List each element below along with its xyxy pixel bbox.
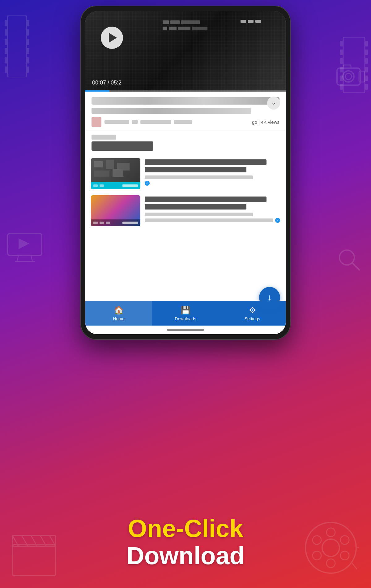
svg-rect-65 (94, 171, 109, 177)
video-meta-blur-1 (145, 175, 253, 179)
svg-rect-23 (343, 37, 365, 93)
svg-rect-9 (26, 39, 29, 45)
headline-line2: Download (93, 542, 278, 569)
svg-rect-60 (178, 27, 190, 30)
settings-icon: ⚙ (249, 305, 256, 315)
section-label-blur (92, 135, 116, 140)
video-info-1: ✓ (145, 158, 280, 186)
downloads-icon: 💾 (181, 305, 190, 315)
verified-row-2: ✓ (145, 218, 280, 223)
thumb-progress-bar (91, 182, 140, 189)
svg-rect-46 (12, 545, 56, 576)
play-button[interactable] (101, 27, 123, 49)
video-thumbnail-2 (91, 195, 140, 226)
content-area: go | 4K views (85, 92, 286, 334)
svg-rect-33 (365, 67, 368, 72)
monitor-bg-icon (6, 232, 43, 263)
video-title-blur-2b (145, 204, 246, 210)
svg-rect-34 (365, 76, 368, 81)
video-title-blur-1a (145, 159, 267, 165)
clapperboard-icon (9, 532, 59, 579)
svg-rect-62 (94, 161, 103, 167)
svg-rect-29 (340, 84, 343, 90)
downloads-label: Downloads (175, 316, 196, 321)
nav-downloads[interactable]: 💾 Downloads (152, 301, 219, 326)
home-indicator (85, 326, 286, 334)
filmstrip-left-icon (5, 15, 29, 77)
svg-rect-12 (26, 67, 29, 73)
video-info-2: ✓ (145, 195, 280, 223)
video-title-blur-1b (145, 167, 246, 172)
svg-rect-2 (5, 29, 8, 36)
svg-rect-55 (163, 20, 169, 24)
view-count: go | 4K views (252, 119, 279, 125)
svg-rect-58 (163, 27, 167, 30)
home-icon: 🏠 (114, 305, 124, 315)
video-item[interactable]: ✓ (85, 155, 286, 192)
video-title-blur-2a (145, 197, 267, 202)
svg-point-38 (326, 528, 335, 537)
video-meta-blur-2 (145, 213, 253, 216)
svg-line-20 (31, 255, 32, 262)
svg-rect-11 (26, 57, 29, 63)
svg-rect-35 (365, 84, 368, 90)
search-bg-icon (337, 248, 362, 272)
video-title-section: go | 4K views (85, 92, 286, 131)
headline-line1: One-Click (93, 515, 278, 542)
meta-time-blur (174, 120, 192, 124)
film-reel-icon (303, 520, 359, 576)
thumb-bar-2 (91, 219, 140, 226)
phone-mockup: 00:07 / 05:2 (80, 6, 291, 340)
svg-rect-7 (26, 20, 29, 26)
download-fab-button[interactable]: ↓ (259, 287, 280, 308)
svg-rect-10 (26, 48, 29, 54)
bottom-headline: One-Click Download (93, 515, 278, 569)
channel-sub-blur (140, 120, 171, 124)
svg-point-37 (322, 539, 339, 556)
svg-rect-63 (106, 160, 114, 169)
svg-marker-22 (19, 238, 29, 249)
svg-line-54 (352, 263, 359, 270)
svg-rect-32 (365, 58, 368, 64)
svg-rect-24 (340, 41, 343, 46)
video-list: ✓ (85, 153, 286, 301)
video-player: 00:07 / 05:2 (85, 11, 286, 92)
download-fab-icon: ↓ (267, 292, 272, 302)
svg-point-39 (340, 536, 349, 544)
svg-rect-0 (8, 15, 26, 77)
verified-badge-2: ✓ (275, 218, 280, 223)
svg-rect-4 (5, 48, 8, 54)
video-item-2[interactable]: ✓ (85, 192, 286, 229)
svg-rect-66 (113, 169, 123, 177)
svg-point-36 (305, 522, 356, 573)
collapse-button[interactable] (267, 97, 280, 110)
svg-line-45 (351, 562, 357, 569)
verified-badge-1: ✓ (145, 181, 150, 186)
svg-rect-59 (169, 27, 177, 30)
svg-rect-25 (340, 50, 343, 55)
svg-rect-28 (340, 76, 343, 81)
svg-point-43 (313, 536, 321, 544)
nav-home[interactable]: 🏠 Home (85, 301, 152, 326)
video-title-line1 (92, 97, 279, 105)
svg-rect-3 (5, 39, 8, 45)
status-bar-dots (241, 20, 261, 23)
svg-rect-31 (365, 50, 368, 55)
filmstrip-right-icon (340, 37, 368, 93)
channel-name-blur (104, 120, 129, 124)
svg-point-40 (340, 551, 349, 560)
svg-rect-6 (5, 67, 8, 73)
section-header (85, 131, 286, 153)
svg-rect-30 (365, 41, 368, 46)
svg-rect-57 (181, 20, 200, 24)
section-title-blur (92, 141, 153, 151)
settings-label: Settings (245, 316, 260, 321)
svg-rect-26 (340, 58, 343, 64)
source-blur (145, 218, 273, 222)
svg-rect-27 (340, 67, 343, 72)
video-meta-row: go | 4K views (92, 117, 279, 127)
home-label: Home (113, 316, 124, 321)
svg-point-42 (313, 551, 321, 560)
svg-rect-1 (5, 20, 8, 26)
channel-meta (104, 120, 249, 124)
